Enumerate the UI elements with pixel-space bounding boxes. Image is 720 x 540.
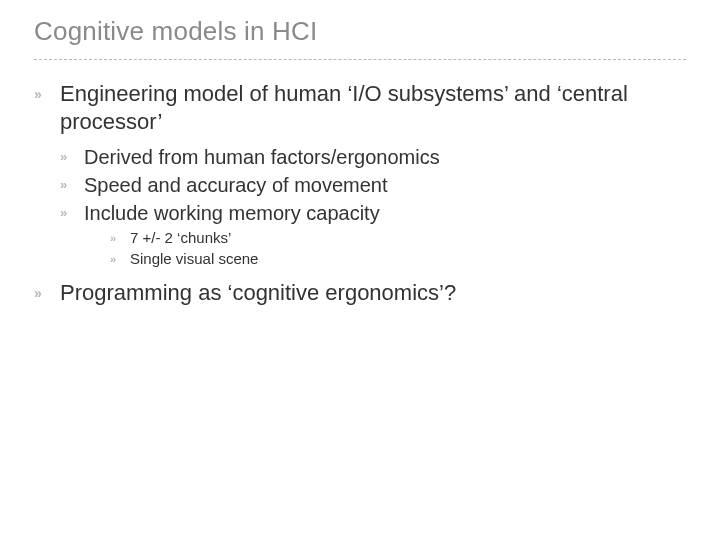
- bullet-text: Single visual scene: [130, 249, 258, 269]
- bullet-icon: »: [60, 144, 84, 170]
- bullet-icon: »: [60, 172, 84, 198]
- title-underline: [34, 59, 686, 60]
- bullet-icon: »: [110, 249, 130, 269]
- bullet-text: 7 +/- 2 ‘chunks’: [130, 228, 231, 248]
- bullet-text: Engineering model of human ‘I/O subsyste…: [60, 80, 686, 136]
- bullet-text: Derived from human factors/ergonomics: [84, 144, 440, 170]
- bullet-icon: »: [34, 80, 60, 136]
- bullet-level2: » Speed and accuracy of movement: [60, 172, 686, 198]
- bullet-level3: » 7 +/- 2 ‘chunks’: [110, 228, 686, 248]
- bullet-text: Include working memory capacity: [84, 200, 380, 226]
- bullet-level2: » Derived from human factors/ergonomics: [60, 144, 686, 170]
- bullet-level2: » Include working memory capacity: [60, 200, 686, 226]
- bullet-icon: »: [60, 200, 84, 226]
- bullet-level3: » Single visual scene: [110, 249, 686, 269]
- slide: Cognitive models in HCI » Engineering mo…: [0, 0, 720, 307]
- bullet-level1: » Programming as ‘cognitive ergonomics’?: [34, 279, 686, 307]
- sub-sublist: » 7 +/- 2 ‘chunks’ » Single visual scene: [110, 228, 686, 269]
- bullet-text: Programming as ‘cognitive ergonomics’?: [60, 279, 456, 307]
- bullet-icon: »: [34, 279, 60, 307]
- slide-title: Cognitive models in HCI: [34, 16, 686, 47]
- bullet-text: Speed and accuracy of movement: [84, 172, 388, 198]
- bullet-level1: » Engineering model of human ‘I/O subsys…: [34, 80, 686, 136]
- sublist: » Derived from human factors/ergonomics …: [60, 144, 686, 269]
- bullet-icon: »: [110, 228, 130, 248]
